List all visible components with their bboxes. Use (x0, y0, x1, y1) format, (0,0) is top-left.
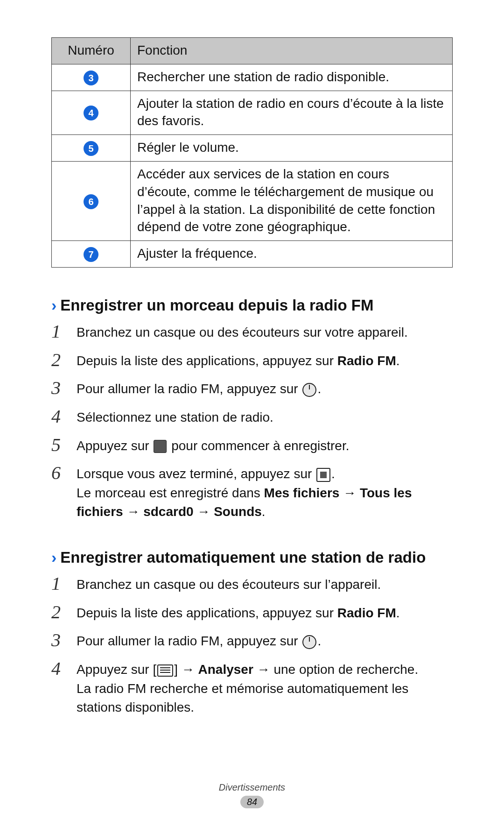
number-badge-icon: 4 (84, 106, 98, 120)
step-text-part: Depuis la liste des applications, appuye… (77, 353, 337, 368)
step-text-part: pour commencer à enregistrer. (168, 438, 349, 453)
step-text-part: Appuyez sur [ (77, 662, 156, 677)
row-num-cell: 7 (52, 241, 131, 268)
header-fonction: Fonction (131, 38, 453, 64)
row-func-cell: Rechercher une station de radio disponib… (131, 64, 453, 91)
row-func-cell: Régler le volume. (131, 135, 453, 162)
step-text-part: La radio FM recherche et mémorise automa… (77, 681, 408, 715)
steps-list-auto-record: 1 Branchez un casque ou des écouteurs su… (51, 570, 453, 721)
step-number: 1 (51, 573, 68, 593)
step-text: Depuis la liste des applications, appuye… (77, 602, 453, 623)
step-text: Depuis la liste des applications, appuye… (77, 350, 453, 371)
step-text: Appuyez sur [] → Analyser → une option d… (77, 658, 453, 717)
arrow-text: → (194, 504, 214, 519)
step-item: 3 Pour allumer la radio FM, appuyez sur … (51, 374, 453, 403)
section-title: Enregistrer automatiquement une station … (60, 548, 426, 567)
step-number: 4 (51, 658, 68, 678)
menu-icon (157, 664, 173, 677)
step-item: 3 Pour allumer la radio FM, appuyez sur … (51, 626, 453, 655)
step-text-bold: Radio FM (337, 353, 396, 368)
footer-section-label: Divertissements (0, 782, 504, 793)
step-text-bold: Analyser (198, 662, 253, 677)
record-icon (154, 440, 167, 453)
document-page: Numéro Fonction 3 Rechercher une station… (0, 0, 504, 827)
row-func-cell: Ajouter la station de radio en cours d’é… (131, 91, 453, 135)
step-text: Pour allumer la radio FM, appuyez sur . (77, 378, 453, 399)
step-item: 2 Depuis la liste des applications, appu… (51, 598, 453, 627)
steps-list-record-song: 1 Branchez un casque ou des écouteurs su… (51, 318, 453, 525)
step-number: 3 (51, 378, 68, 397)
step-item: 5 Appuyez sur pour commencer à enregistr… (51, 431, 453, 459)
step-number: 4 (51, 406, 68, 426)
step-number: 2 (51, 350, 68, 369)
step-item: 1 Branchez un casque ou des écouteurs su… (51, 570, 453, 598)
step-text-part: . (262, 504, 266, 519)
table-header-row: Numéro Fonction (52, 38, 453, 64)
step-text: Branchez un casque ou des écouteurs sur … (77, 573, 453, 594)
function-table: Numéro Fonction 3 Rechercher une station… (51, 37, 453, 268)
step-text-part: Depuis la liste des applications, appuye… (77, 606, 337, 620)
step-text: Branchez un casque ou des écouteurs sur … (77, 321, 453, 342)
table-row: 7 Ajuster la fréquence. (52, 241, 453, 268)
step-text-bold: Mes fichiers (264, 486, 340, 500)
step-text-part: . (317, 382, 321, 396)
section-title: Enregistrer un morceau depuis la radio F… (60, 296, 373, 315)
step-text-bold: sdcard0 (143, 504, 193, 519)
table-row: 5 Régler le volume. (52, 135, 453, 162)
row-func-cell: Ajuster la fréquence. (131, 241, 453, 268)
row-num-cell: 3 (52, 64, 131, 91)
number-badge-icon: 7 (84, 247, 98, 262)
row-num-cell: 6 (52, 161, 131, 240)
section-heading-auto-record: › Enregistrer automatiquement une statio… (51, 548, 453, 567)
stop-icon (316, 468, 330, 482)
step-text: Pour allumer la radio FM, appuyez sur . (77, 630, 453, 651)
step-text-part: ] → (174, 662, 198, 677)
step-text-part: Pour allumer la radio FM, appuyez sur (77, 382, 301, 396)
chevron-right-icon: › (51, 297, 56, 313)
step-item: 4 Sélectionnez une station de radio. (51, 403, 453, 431)
step-text-bold: Radio FM (337, 606, 396, 620)
step-number: 6 (51, 463, 68, 482)
step-number: 2 (51, 602, 68, 622)
row-func-cell: Accéder aux services de la station en co… (131, 161, 453, 240)
chevron-right-icon: › (51, 549, 56, 565)
power-icon (302, 383, 316, 397)
step-item: 4 Appuyez sur [] → Analyser → une option… (51, 655, 453, 721)
section-heading-record-song: › Enregistrer un morceau depuis la radio… (51, 296, 453, 315)
table-row: 6 Accéder aux services de la station en … (52, 161, 453, 240)
number-badge-icon: 5 (84, 141, 98, 156)
step-number: 3 (51, 630, 68, 650)
step-text-part: Appuyez sur (77, 438, 153, 453)
step-text-part: Lorsque vous avez terminé, appuyez sur (77, 467, 315, 481)
step-text-part: . (317, 634, 321, 648)
row-num-cell: 4 (52, 91, 131, 135)
arrow-text: → (339, 486, 360, 500)
step-text-part: Pour allumer la radio FM, appuyez sur (77, 634, 301, 648)
step-text: Appuyez sur pour commencer à enregistrer… (77, 435, 453, 456)
step-item: 2 Depuis la liste des applications, appu… (51, 346, 453, 375)
row-num-cell: 5 (52, 135, 131, 162)
step-text-part: → une option de recherche. (253, 662, 418, 677)
step-text-bold: Sounds (214, 504, 262, 519)
page-number-badge: 84 (240, 796, 264, 808)
step-text-part: . (396, 353, 400, 368)
step-text: Lorsque vous avez terminé, appuyez sur .… (77, 463, 453, 522)
step-text-part: . (396, 606, 400, 620)
arrow-text: → (123, 504, 144, 519)
number-badge-icon: 3 (84, 71, 98, 85)
power-icon (302, 635, 316, 649)
table-row: 4 Ajouter la station de radio en cours d… (52, 91, 453, 135)
step-number: 1 (51, 321, 68, 341)
step-item: 6 Lorsque vous avez terminé, appuyez sur… (51, 459, 453, 525)
page-footer: Divertissements 84 (0, 782, 504, 808)
step-text-part: Le morceau est enregistré dans (77, 486, 264, 500)
step-number: 5 (51, 435, 68, 454)
header-numero: Numéro (52, 38, 131, 64)
step-item: 1 Branchez un casque ou des écouteurs su… (51, 318, 453, 346)
step-text-part: . (331, 467, 335, 481)
number-badge-icon: 6 (84, 194, 98, 209)
step-text: Sélectionnez une station de radio. (77, 406, 453, 427)
table-row: 3 Rechercher une station de radio dispon… (52, 64, 453, 91)
